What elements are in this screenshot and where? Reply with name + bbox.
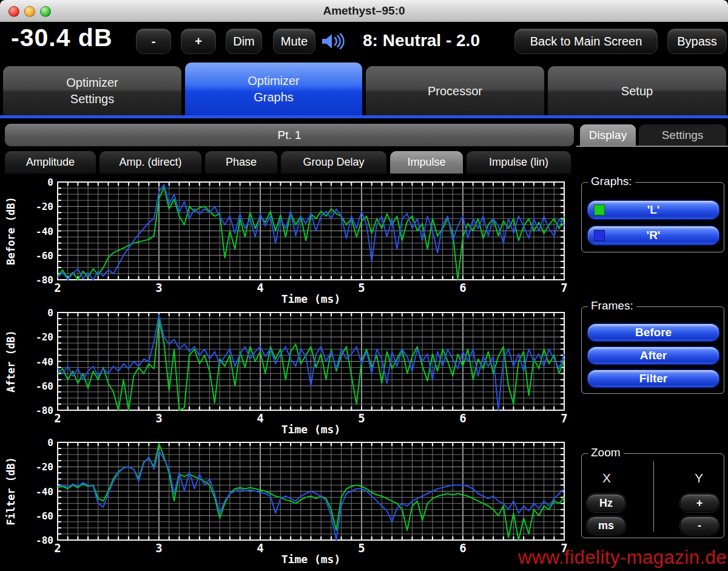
subtab-impulse-lin[interactable]: Impulse (lin) [467, 151, 571, 174]
graph-r-toggle-button[interactable]: 'R' [587, 225, 720, 246]
svg-text:Time (ms): Time (ms) [281, 292, 341, 305]
subtab-label: Group Delay [303, 156, 364, 169]
svg-text:7: 7 [561, 281, 567, 294]
frames-group: Frames: Before After Filter [581, 306, 724, 394]
svg-text:-40: -40 [36, 356, 53, 368]
zoom-plus-label: + [696, 497, 703, 510]
tab-label-line2: Graphs [254, 89, 294, 106]
zoom-y-in-button[interactable]: + [680, 494, 719, 512]
tab-label-line1: Processor [428, 83, 482, 100]
svg-text:-80: -80 [36, 535, 53, 546]
sidebar-tab-display[interactable]: Display [580, 124, 636, 146]
svg-text:3: 3 [155, 281, 162, 294]
mute-button[interactable]: Mute [273, 29, 315, 54]
svg-text:0: 0 [47, 307, 53, 319]
watermark: www.fidelity-magazin.de [518, 547, 727, 569]
svg-text:-40: -40 [36, 226, 53, 237]
tab-label-line1: Optimizer [66, 75, 118, 91]
svg-text:-20: -20 [36, 331, 53, 343]
zoom-y-axis-label: Y [680, 471, 718, 485]
svg-text:-80: -80 [36, 405, 53, 416]
frame-before-label: Before [635, 326, 672, 339]
tab-setup[interactable]: Setup [547, 66, 727, 116]
svg-text:0: 0 [47, 177, 53, 188]
graph-l-label: 'L' [647, 203, 660, 217]
volume-up-button[interactable]: + [181, 29, 216, 54]
zoom-minus-label: - [698, 519, 701, 532]
tab-label-line1: Optimizer [248, 73, 300, 89]
graph-l-toggle-button[interactable]: 'L' [587, 200, 720, 220]
sidebar-tab-divider [576, 146, 728, 147]
svg-text:5: 5 [358, 411, 365, 425]
sidebar-tab-label: Settings [662, 129, 704, 142]
window-title: Amethyst–95:0 [0, 0, 728, 22]
svg-text:-20: -20 [36, 201, 53, 212]
frame-filter-button[interactable]: Filter [587, 369, 720, 388]
graphs-group: Graphs: 'L' 'R' [581, 182, 724, 252]
svg-text:2: 2 [54, 541, 61, 555]
subtab-group-delay[interactable]: Group Delay [281, 151, 386, 174]
subtab-phase[interactable]: Phase [205, 151, 277, 174]
volume-down-button[interactable]: - [136, 29, 171, 54]
zoom-x-ms-button[interactable]: ms [587, 516, 625, 535]
svg-text:3: 3 [155, 411, 162, 425]
frame-filter-label: Filter [639, 372, 667, 385]
svg-text:-60: -60 [36, 510, 53, 522]
tab-label-line2: Settings [70, 91, 114, 107]
top-toolbar: -30.4 dB - + Dim Mute 8: Neutral - 2.0 B… [0, 22, 728, 61]
point-label: Pt. 1 [277, 129, 301, 142]
subtab-label: Phase [226, 156, 257, 169]
dim-button[interactable]: Dim [226, 29, 262, 54]
svg-text:4: 4 [257, 541, 263, 555]
svg-text:-40: -40 [36, 486, 53, 498]
point-selector-bar[interactable]: Pt. 1 [5, 124, 574, 146]
app-window: Amethyst–95:0 -30.4 dB - + Dim Mute 8: N… [0, 0, 728, 571]
zoom-x-axis-label: X [588, 471, 625, 485]
subtab-impulse[interactable]: Impulse [390, 151, 463, 174]
svg-text:Filter (dB): Filter (dB) [5, 457, 17, 525]
back-to-main-screen-button[interactable]: Back to Main Screen [514, 29, 658, 54]
svg-text:Time (ms): Time (ms) [281, 553, 341, 566]
svg-text:Before (dB): Before (dB) [5, 197, 17, 265]
svg-text:4: 4 [257, 281, 263, 294]
bypass-button[interactable]: Bypass [667, 29, 727, 54]
svg-text:-60: -60 [36, 380, 53, 392]
subtab-amplitude[interactable]: Amplitude [5, 151, 96, 174]
frame-after-button[interactable]: After [587, 346, 720, 365]
svg-text:-60: -60 [36, 250, 53, 262]
svg-text:6: 6 [459, 541, 466, 555]
graphs-group-label: Graphs: [588, 175, 635, 188]
zoom-x-hz-button[interactable]: Hz [587, 494, 625, 512]
frame-before-button[interactable]: Before [587, 323, 720, 342]
tab-label-line1: Setup [621, 83, 653, 100]
subtab-label: Impulse (lin) [489, 156, 548, 169]
sidebar-tab-settings[interactable]: Settings [639, 124, 726, 146]
svg-text:-20: -20 [36, 461, 53, 473]
zoom-group-divider [653, 461, 654, 532]
zoom-group-label: Zoom [588, 446, 624, 459]
zoom-y-out-button[interactable]: - [680, 516, 719, 535]
sidebar-tab-label: Display [589, 129, 627, 142]
window-titlebar: Amethyst–95:0 [0, 0, 728, 22]
svg-text:2: 2 [54, 281, 61, 294]
svg-text:0: 0 [47, 437, 53, 448]
tab-optimizer-settings[interactable]: Optimizer Settings [2, 66, 182, 116]
svg-text:After (dB): After (dB) [5, 330, 17, 392]
speaker-icon [320, 31, 348, 54]
tab-processor[interactable]: Processor [365, 66, 545, 116]
subtab-amp-direct[interactable]: Amp. (direct) [99, 151, 201, 174]
preset-display: 8: Neutral - 2.0 [363, 31, 480, 50]
frames-group-label: Frames: [588, 299, 636, 313]
subtab-label: Amp. (direct) [119, 156, 181, 169]
zoom-ms-label: ms [598, 519, 614, 532]
volume-level-display: -30.4 dB [11, 24, 113, 52]
subtab-label: Impulse [407, 156, 445, 169]
graph-r-label: 'R' [647, 229, 661, 242]
subtab-label: Amplitude [26, 156, 75, 169]
frame-after-label: After [640, 349, 667, 362]
svg-text:7: 7 [561, 411, 567, 425]
svg-text:4: 4 [257, 411, 263, 425]
tab-optimizer-graphs[interactable]: Optimizer Graphs [184, 62, 363, 116]
svg-text:5: 5 [358, 281, 365, 294]
blue-separator [0, 115, 728, 118]
